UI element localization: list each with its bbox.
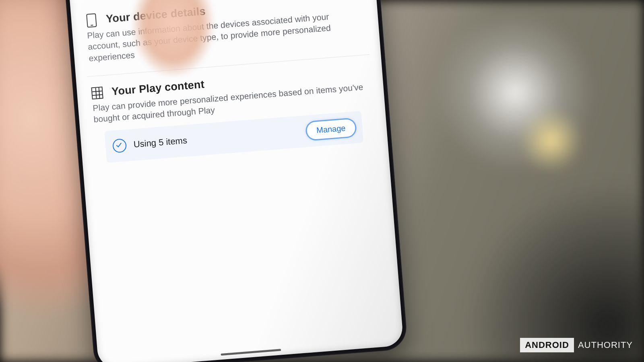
watermark: ANDROID AUTHORITY xyxy=(520,338,633,352)
watermark-brand-text: AUTHORITY xyxy=(578,340,633,350)
check-circle-icon xyxy=(112,138,127,153)
phone-screen: Your device details Play can use informa… xyxy=(63,0,404,362)
phone: Your device details Play can use informa… xyxy=(59,0,408,362)
thumb xyxy=(125,0,221,76)
device-icon xyxy=(85,14,97,26)
manage-button[interactable]: Manage xyxy=(306,119,356,140)
grid-icon xyxy=(91,87,103,99)
shadow-corner xyxy=(463,181,644,362)
watermark-brand-box: ANDROID xyxy=(520,338,574,352)
play-content-status-text: Using 5 items xyxy=(133,126,300,150)
section-play-content: Your Play content Play can provide more … xyxy=(76,57,388,174)
